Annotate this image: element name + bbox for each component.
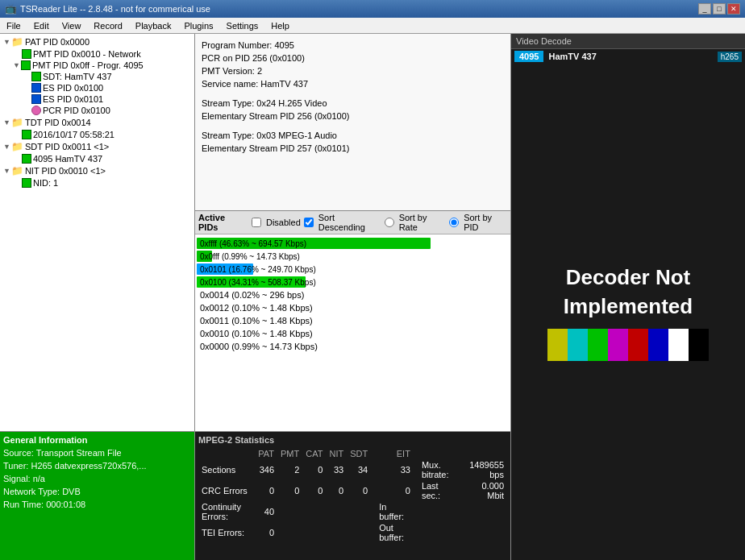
tree-item[interactable]: ▼PMT PID 0x0ff - Progr. 4095 xyxy=(2,60,193,71)
info-line xyxy=(202,122,504,129)
general-info-line: Tuner: H265 datvexpress720x576,... xyxy=(3,459,191,472)
tree-item[interactable]: ES PID 0x0100 xyxy=(2,82,193,93)
menu-record[interactable]: Record xyxy=(87,19,128,32)
video-title-bar: 4095 HamTV 437 h265 xyxy=(511,49,745,64)
stats-col-extra2 xyxy=(460,448,507,459)
crc-pmt: 0 xyxy=(277,480,302,501)
title-bar-left: 📺 TSReader Lite -- 2.8.48 - not for comm… xyxy=(5,3,210,15)
stats-col-pmt: PMT xyxy=(277,448,302,459)
menu-view[interactable]: View xyxy=(56,19,88,32)
pid-text: 0x0011 (0.10% ~ 1.48 Kbps) xyxy=(197,315,509,326)
tree-item[interactable]: ▼📁PAT PID 0x0000 xyxy=(2,35,193,48)
info-line: Elementary Stream PID 257 (0x0101) xyxy=(202,142,504,155)
info-line: Program Number: 4095 xyxy=(202,39,504,52)
expand-icon[interactable]: ▼ xyxy=(3,38,10,46)
tree-item-label: TDT PID 0x0014 xyxy=(25,118,91,127)
sections-nit: 33 xyxy=(326,459,347,480)
tree-item[interactable]: 4095 HamTV 437 xyxy=(2,153,193,164)
pid-row: 0x0000 (0.99% ~ 14.73 Kbps) xyxy=(197,341,509,352)
maximize-button[interactable]: □ xyxy=(713,3,726,15)
app-icon: 📺 xyxy=(5,3,17,15)
color-bar-segment xyxy=(689,329,709,361)
tree-item[interactable]: PCR PID 0x0100 xyxy=(2,105,193,116)
video-display: Decoder NotImplemented xyxy=(511,64,745,560)
tree-item-label: PMT PID 0x0010 - Network xyxy=(33,49,141,59)
menu-plugins[interactable]: Plugins xyxy=(177,19,219,32)
expand-icon[interactable]: ▼ xyxy=(3,118,10,127)
tree-item-label: PCR PID 0x0100 xyxy=(43,106,110,115)
sort-by-rate-label: Sort by Rate xyxy=(399,213,447,232)
crc-sdt: 0 xyxy=(347,480,371,501)
stats-header: MPEG-2 Statistics xyxy=(198,435,507,445)
info-lines: Program Number: 4095PCR on PID 256 (0x01… xyxy=(202,39,504,155)
stats-col-sdt: SDT xyxy=(347,448,371,459)
menu-bar: File Edit View Record Playback Plugins S… xyxy=(0,18,745,34)
color-bar-segment xyxy=(608,329,628,361)
tree-item[interactable]: SDT: HamTV 437 xyxy=(2,71,193,82)
pid-row: 0x0100 (34.31% ~ 508.37 Kbps) xyxy=(197,276,509,288)
menu-settings[interactable]: Settings xyxy=(220,19,265,32)
sort-descending-checkbox[interactable] xyxy=(304,218,314,227)
color-bar-segment xyxy=(547,329,568,361)
tree-item[interactable]: ES PID 0x0101 xyxy=(2,93,193,105)
pid-bar[interactable]: 0x0100 (34.31% ~ 508.37 Kbps) xyxy=(197,276,306,288)
pid-bar[interactable]: 0x0fff (0.99% ~ 14.73 Kbps) xyxy=(197,251,212,262)
out-buffer-label: Out buffer: xyxy=(371,522,414,543)
info-line: Service name: HamTV 437 xyxy=(202,77,504,90)
cont-err-val: 40 xyxy=(255,501,277,522)
sections-sdt: 34 xyxy=(347,459,371,480)
color-bar-segment xyxy=(588,329,608,361)
general-info-panel: General Information Source: Transport St… xyxy=(0,431,194,560)
info-line: Stream Type: 0x03 MPEG-1 Audio xyxy=(202,129,504,142)
menu-file[interactable]: File xyxy=(0,19,27,32)
sort-by-pid-radio[interactable] xyxy=(449,218,459,227)
last-sec-val: 0.000 Mbit xyxy=(460,480,507,501)
left-panel: ▼📁PAT PID 0x0000PMT PID 0x0010 - Network… xyxy=(0,34,195,560)
pids-panel: Active PIDs Disabled Sort Descending Sor… xyxy=(195,211,510,431)
menu-help[interactable]: Help xyxy=(264,19,296,32)
info-line: Elementary Stream PID 256 (0x0100) xyxy=(202,110,504,122)
tree-item[interactable]: 2016/10/17 05:58:21 xyxy=(2,129,193,140)
tree-item[interactable]: ▼📁SDT PID 0x0011 <1> xyxy=(2,140,193,153)
stats-col-cat: CAT xyxy=(302,448,326,459)
pid-bar[interactable]: 0xffff (46.63% ~ 694.57 Kbps) xyxy=(197,238,431,249)
tree-item[interactable]: ▼📁TDT PID 0x0014 xyxy=(2,116,193,129)
pid-row: 0x0012 (0.10% ~ 1.48 Kbps) xyxy=(197,302,509,313)
tree-item-label: PMT PID 0x0ff - Progr. 4095 xyxy=(32,60,144,70)
tree-item[interactable]: PMT PID 0x0010 - Network xyxy=(2,48,193,60)
general-info-lines: Source: Transport Stream FileTuner: H265… xyxy=(3,446,191,511)
title-bar-controls: _ □ ✕ xyxy=(698,3,740,15)
sections-cat: 0 xyxy=(302,459,326,480)
last-sec-label: Last sec.: xyxy=(414,480,460,501)
expand-icon[interactable]: ▼ xyxy=(3,143,10,151)
info-area: Program Number: 4095PCR on PID 256 (0x01… xyxy=(195,34,510,211)
pid-bar[interactable]: 0x0101 (16.76% ~ 249.70 Kbps) xyxy=(197,263,253,275)
expand-icon[interactable]: ▼ xyxy=(13,61,20,69)
tree-item-label: ES PID 0x0100 xyxy=(43,83,103,93)
stats-col-pat: PAT xyxy=(255,448,277,459)
disabled-label: Disabled xyxy=(266,218,301,227)
codec-badge: h265 xyxy=(718,52,742,62)
info-line: Stream Type: 0x24 H.265 Video xyxy=(202,97,504,110)
crc-label: CRC Errors xyxy=(198,480,255,501)
tree-item[interactable]: ▼📁NIT PID 0x0010 <1> xyxy=(2,164,193,177)
tree-item[interactable]: NID: 1 xyxy=(2,177,193,189)
color-bar-segment xyxy=(648,329,668,361)
sections-pmt: 2 xyxy=(277,459,302,480)
stats-col-nit: NIT xyxy=(326,448,347,459)
sort-by-rate-radio[interactable] xyxy=(385,218,394,227)
sort-by-pid-label: Sort by PID xyxy=(464,213,507,232)
minimize-button[interactable]: _ xyxy=(698,3,711,15)
menu-playback[interactable]: Playback xyxy=(129,19,178,32)
expand-icon[interactable]: ▼ xyxy=(3,167,10,175)
menu-edit[interactable]: Edit xyxy=(27,19,56,32)
tree-item-label: PAT PID 0x0000 xyxy=(25,37,89,47)
title-bar: 📺 TSReader Lite -- 2.8.48 - not for comm… xyxy=(0,0,745,18)
stats-table: PAT PMT CAT NIT SDT EIT Sections 346 2 xyxy=(198,448,507,543)
pid-row: 0x0010 (0.10% ~ 1.48 Kbps) xyxy=(197,328,509,339)
info-line: PMT Version: 2 xyxy=(202,64,504,77)
close-button[interactable]: ✕ xyxy=(727,3,740,15)
crc-cat: 0 xyxy=(302,480,326,501)
color-bars xyxy=(547,329,709,361)
disabled-checkbox[interactable] xyxy=(252,218,261,227)
